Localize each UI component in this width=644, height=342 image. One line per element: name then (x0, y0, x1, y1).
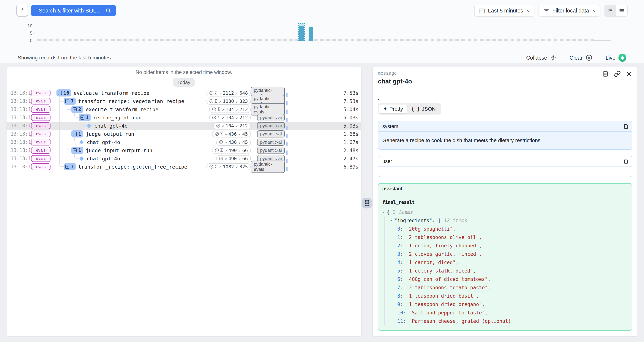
json-label: JSON (422, 106, 436, 112)
ingredient-item: 5: "1 celery stalk, diced", (397, 267, 628, 275)
evals-badge[interactable]: evals (31, 139, 50, 146)
collapse-count-chip[interactable]: 2 (71, 106, 83, 113)
span-name[interactable]: chat gpt-4o (87, 139, 120, 145)
span-name[interactable]: chat gpt-4o (87, 156, 120, 162)
evals-badge[interactable]: evals (31, 90, 50, 96)
clear-button[interactable]: Clear (570, 54, 592, 61)
output-tokens: 66 (242, 156, 248, 161)
evals-badge[interactable]: evals (31, 106, 50, 113)
token-usage-chip[interactable]: Σ ↗ 1030 ↙ 323 (206, 98, 251, 105)
system-message-content: Generate a recipe to cook the dish that … (378, 132, 632, 149)
copy-icon[interactable] (624, 124, 628, 129)
token-usage-chip[interactable]: Σ ↗ 2112 ↙ 648 (206, 90, 251, 96)
child-count: 1 (86, 115, 89, 120)
instrumentation-tag[interactable]: pydantic-ai (257, 114, 285, 121)
live-toggle-label: Live (606, 55, 616, 61)
collapse-count-chip[interactable]: 1 (79, 114, 90, 121)
ingredient-item: 7: "2 tablespoons tomato paste", (397, 284, 628, 292)
collapse-count-chip[interactable]: 1 (71, 130, 83, 138)
detail-tab[interactable] (378, 95, 379, 100)
collapse-toggle-icon[interactable] (65, 99, 69, 103)
clear-icon (586, 54, 592, 61)
child-count: 7 (71, 98, 74, 104)
dock-panel-button[interactable] (602, 70, 609, 77)
instrumentation-tag[interactable]: pydantic-ai (257, 130, 285, 138)
instrumentation-tag[interactable]: pydantic-ai (257, 122, 285, 129)
span-name[interactable]: judge_input_output run (86, 148, 152, 153)
trace-row[interactable]: 13:18:11 evals 7 transform_recipe: veget… (6, 97, 361, 105)
output-tokens: 212 (240, 115, 248, 120)
instrumentation-tag[interactable]: pydantic-ai (257, 138, 285, 146)
token-usage-chip[interactable]: Σ ↗ 1082 ↙ 325 (206, 163, 251, 170)
instrumentation-tag[interactable]: pydantic-evals (251, 103, 285, 116)
today-pill[interactable]: Today (173, 78, 195, 87)
trace-row[interactable]: 13:18:16 evals chat gpt-4o Σ ↗ 436 (6, 138, 361, 146)
token-usage-chip[interactable]: Σ ↗ 490 ↙ 66 (216, 155, 251, 162)
copy-link-button[interactable] (614, 70, 621, 77)
span-name[interactable]: evaluate transform_recipe (74, 90, 149, 96)
collapse-toggle-icon[interactable] (73, 148, 77, 152)
output-tokens-arrow-icon: ↙ (238, 148, 241, 153)
collapse-count-chip[interactable]: 7 (64, 98, 76, 105)
evals-badge[interactable]: evals (31, 147, 50, 154)
row-timestamp: 13:18:11 (6, 106, 31, 112)
collapse-chevron-icon[interactable] (390, 219, 392, 222)
collapse-count-chip[interactable]: 16 (56, 90, 71, 96)
token-usage-chip[interactable]: Σ ↗ 104 ↙ 212 (209, 114, 251, 121)
trace-row[interactable]: 13:18:16 evals chat gpt-4o Σ ↗ 490 (6, 154, 361, 162)
evals-badge[interactable]: evals (31, 155, 50, 162)
trace-row[interactable]: 13:18:16 evals 1 judge_output run Σ ↗ (6, 130, 361, 138)
collapse-toggle-icon[interactable] (58, 91, 62, 95)
span-name[interactable]: transform_recipe: gluten_free_recipe (78, 164, 187, 170)
span-name[interactable]: transform_recipe: vegetarian_recipe (78, 98, 184, 104)
collapse-toggle-icon[interactable] (73, 107, 77, 112)
span-name[interactable]: judge_output run (86, 131, 134, 137)
json-root-summary: 2 items (390, 209, 413, 216)
detail-tab[interactable] (387, 95, 388, 100)
token-usage-chip[interactable]: Σ ↗ 436 ↙ 45 (212, 130, 251, 138)
collapse-count-chip[interactable]: 1 (71, 147, 83, 154)
token-usage-chip[interactable]: Σ ↗ 104 ↙ 212 (209, 106, 251, 113)
trace-row[interactable]: 13:18:16 evals 1 judge_input_output run … (6, 146, 361, 154)
collapse-count-chip[interactable]: 7 (64, 163, 76, 170)
evals-badge[interactable]: evals (31, 122, 50, 129)
ingredient-index: 0 (397, 226, 400, 233)
tokens-icon (210, 165, 213, 168)
collapse-toggle-icon[interactable] (73, 132, 77, 136)
close-panel-button[interactable] (626, 71, 632, 77)
evals-badge[interactable]: evals (31, 163, 50, 170)
live-toggle[interactable]: Live (606, 54, 626, 62)
span-diamond-icon (87, 124, 91, 128)
records-histogram: 1050 (0, 0, 644, 52)
span-name[interactable]: execute transform_recipe (86, 106, 158, 112)
trace-row[interactable]: 13:18:11 evals chat gpt-4o Σ ↗ 104 (6, 122, 361, 130)
copy-icon[interactable] (624, 159, 628, 164)
trace-row[interactable]: 13:18:11 evals 7 transform_recipe: glute… (6, 162, 361, 171)
panel-resize-handle[interactable] (362, 198, 372, 208)
collapse-chevron-icon[interactable] (382, 210, 384, 213)
sigma-aggregate-icon: Σ (218, 115, 220, 120)
span-name[interactable]: chat gpt-4o (94, 123, 128, 129)
token-usage-chip[interactable]: Σ ↗ 436 ↙ 45 (216, 139, 251, 146)
pretty-format-button[interactable]: ✦ Pretty (379, 104, 407, 114)
span-name[interactable]: recipe_agent run (93, 115, 142, 120)
histogram-bar[interactable] (299, 26, 304, 40)
detail-tab[interactable] (396, 95, 396, 100)
histogram-bar[interactable] (308, 28, 313, 40)
trace-row[interactable]: 13:18:11 evals 1 recipe_agent run Σ ↗ (6, 114, 361, 122)
instrumentation-tag[interactable]: pydantic-evals (251, 160, 285, 173)
trace-row[interactable]: 13:18:11 evals 2 execute transform_recip… (6, 105, 361, 114)
json-format-button[interactable]: { } JSON (407, 104, 440, 114)
evals-badge[interactable]: evals (31, 130, 50, 137)
evals-badge[interactable]: evals (31, 98, 50, 104)
instrumentation-tag[interactable]: pydantic-ai (257, 147, 285, 154)
evals-badge[interactable]: evals (31, 114, 50, 121)
tokens-icon (212, 116, 216, 120)
token-usage-chip[interactable]: Σ ↗ 104 ↙ 212 (213, 122, 251, 129)
input-tokens: 104 (226, 115, 234, 120)
collapse-toggle-icon[interactable] (65, 165, 69, 169)
token-usage-chip[interactable]: Σ ↗ 490 ↙ 66 (212, 147, 251, 154)
collapse-button[interactable]: Collapse (526, 54, 556, 61)
trace-row[interactable]: 13:18:11 evals 16 evaluate transform_rec… (6, 89, 361, 97)
collapse-toggle-icon[interactable] (80, 116, 84, 120)
